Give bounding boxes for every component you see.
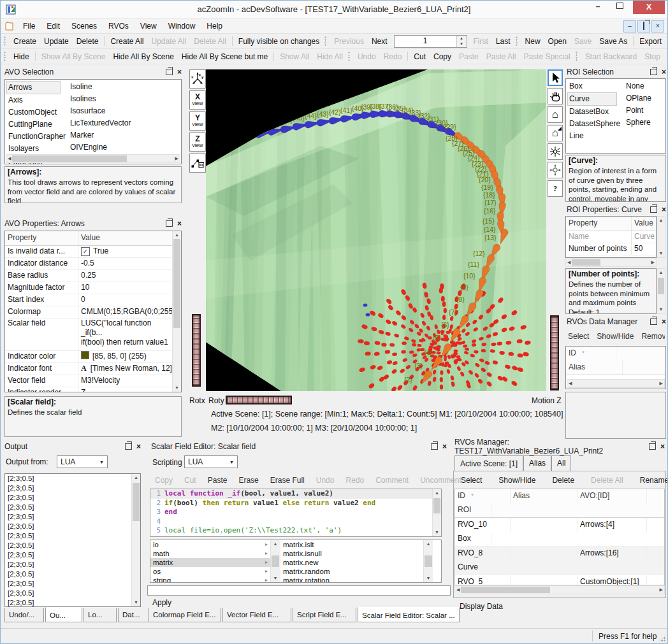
close-panel-icon[interactable]: × (177, 69, 182, 75)
set-home-view-button[interactable]: ⌂ (548, 125, 563, 141)
property-row-magnitude-factor[interactable]: Magnitude factor10 (5, 282, 172, 294)
toolbar-button-copy[interactable]: Copy (430, 51, 455, 62)
rvos-data-manager-table[interactable]: ▼IDAlias ◀▶ (565, 346, 666, 389)
view-all-button[interactable] (548, 143, 563, 160)
toolbar-button-comment[interactable]: Comment (372, 475, 412, 486)
member-item-matrix-isnull[interactable]: matrix.isnull (280, 549, 423, 558)
scroll-down-icon[interactable]: ▼ (272, 575, 279, 582)
list-item-isosurface[interactable]: Isosurface (70, 105, 134, 117)
tab-active-scene-1[interactable]: Active Scene: [1] (454, 455, 523, 471)
toolbar-button-new[interactable]: New (521, 36, 544, 47)
scroll-right-icon[interactable]: ▶ (650, 259, 656, 266)
list-item-datasetbox[interactable]: DatasetBox (569, 106, 623, 118)
code-line[interactable]: 1local function _if(bool, value1, value2… (150, 489, 432, 499)
toolbar-button-hide-all-by-scene-but-me[interactable]: Hide All By Scene but me (178, 51, 272, 62)
toolbar-button-paste-special[interactable]: Paste Special (519, 51, 574, 62)
code-editor-vscrollbar[interactable]: ▲▼ (432, 489, 441, 536)
table-row-rvo-5[interactable]: RVO_5CustomObject:[1]None (455, 575, 664, 585)
resize-grip[interactable] (658, 634, 666, 642)
property-row-base-radius[interactable]: Base radius0.25 (5, 270, 172, 282)
toolbar-button-hide[interactable]: Hide (10, 51, 33, 62)
toolbar-button-paste[interactable]: Paste (204, 475, 231, 486)
library-item-os[interactable]: os▸ (150, 567, 270, 576)
spin-up-icon[interactable]: ▲ (457, 36, 467, 41)
code-line[interactable]: 5local file=io.open('Z:\\Test222.txt', '… (150, 526, 432, 536)
toolbar-button-start-backward[interactable]: Start Backward (581, 51, 641, 62)
close-button[interactable]: X (633, 1, 665, 14)
list-item-oivengine[interactable]: OIVEngine (70, 141, 134, 154)
close-panel-icon[interactable]: × (660, 443, 665, 450)
toolbar-button-select[interactable]: Select (457, 475, 486, 486)
scene-number-input[interactable]: 1▲▼ (394, 35, 467, 48)
menu-help[interactable]: Help (201, 20, 228, 32)
minimize-button[interactable]: – (588, 1, 607, 14)
member-item-matrix-new[interactable]: matrix.new (280, 558, 423, 567)
toolbar-grip[interactable] (516, 36, 518, 47)
list-item-datasetsphere[interactable]: DatasetSphere (569, 118, 623, 130)
dm-button-show-hide[interactable]: Show/Hide (597, 331, 634, 342)
scroll-up-icon[interactable]: ▲ (173, 231, 180, 239)
3d-viewport-canvas[interactable]: {51}{50}{49}{48}{47}{46}{45}{44}{43}{42}… (206, 69, 546, 391)
list-item-point[interactable]: Point (626, 104, 663, 117)
menu-edit[interactable]: Edit (41, 20, 66, 32)
roi-properties-hscrollbar[interactable]: ◀▶ (565, 258, 657, 267)
toolbar-button-save-as[interactable]: Save As (595, 36, 631, 47)
toolbar-button-hide-all[interactable]: Hide All (313, 51, 347, 62)
scroll-down-icon[interactable]: ▼ (658, 250, 665, 257)
scroll-right-icon[interactable]: ▶ (658, 380, 664, 387)
close-panel-icon[interactable]: × (662, 69, 666, 75)
code-line[interactable]: 4 (150, 517, 432, 527)
property-row-indicator-render[interactable]: Indicator renderZ (5, 387, 172, 392)
toolbar-grip[interactable] (4, 52, 6, 62)
toolbar-button-erase[interactable]: Erase (235, 475, 262, 486)
output-vscrollbar[interactable]: ▲▼ (131, 474, 140, 606)
display-data-button[interactable]: Display Data (460, 602, 503, 611)
dm-button-remove[interactable]: Remove (641, 331, 665, 342)
toolbar-button-first[interactable]: First (470, 36, 492, 47)
toolbar-button-paste[interactable]: Paste (455, 51, 483, 62)
toolbar-button-previous[interactable]: Previous (330, 36, 368, 47)
list-item-arrows[interactable]: Arrows (6, 81, 61, 94)
property-row-name[interactable]: NameCurve (566, 231, 656, 243)
toolbar-button-delete-all[interactable]: Delete All (587, 475, 627, 486)
toolbar-button-delete[interactable]: Delete (548, 475, 578, 486)
toolbar-button-export[interactable]: Export (635, 36, 665, 47)
scene-number-value[interactable]: 1 (395, 36, 456, 47)
avo-properties-table[interactable]: PropertyValueIs invalid data r...✓TrueIn… (4, 231, 182, 392)
toolbar-button-show-all[interactable]: Show All (276, 51, 313, 62)
list-item-line[interactable]: Line (569, 130, 623, 142)
scroll-down-icon[interactable]: ▼ (133, 599, 140, 606)
sort-icon[interactable]: ▼ (470, 489, 474, 502)
mdi-close-button[interactable]: × (651, 20, 664, 32)
member-item-matrix-rotation[interactable]: matrix.rotation (280, 576, 423, 582)
roi-properties-vscrollbar[interactable]: ▲▼ (657, 216, 665, 258)
toolbar-button-show-hide[interactable]: Show/Hide (495, 475, 539, 486)
scroll-up-icon[interactable]: ▲ (658, 217, 665, 224)
toolbar-button-update[interactable]: Update (40, 36, 73, 47)
menu-rvos[interactable]: RVOs (103, 20, 134, 32)
apply-button[interactable]: Apply (152, 598, 171, 607)
property-row-vector-field[interactable]: Vector fieldM3!Velocity (5, 375, 172, 387)
scroll-down-icon[interactable]: ▼ (425, 575, 432, 582)
dm-button-select[interactable]: Select (568, 331, 589, 342)
toolbar-button-hide-all-by-scene[interactable]: Hide All By Scene (109, 51, 177, 62)
axes-orientation-button[interactable]: zxy (189, 69, 206, 89)
z-view-button[interactable]: Zview (189, 132, 206, 152)
code-line[interactable]: 3end (150, 508, 432, 517)
scripting-combo[interactable]: LUA▼ (184, 455, 238, 468)
property-row-indicator-color[interactable]: Indicator color[85, 85, 0] (255) (5, 351, 172, 363)
menu-file[interactable]: File (17, 20, 41, 32)
tab-vector-field-e[interactable]: Vector Field E... (222, 608, 291, 622)
scroll-up-icon[interactable]: ▲ (658, 269, 665, 276)
float-panel-icon[interactable] (125, 443, 132, 450)
float-panel-icon[interactable] (649, 443, 656, 450)
property-row-start-index[interactable]: Start index0 (5, 294, 172, 306)
float-panel-icon[interactable] (166, 220, 173, 227)
completion-input[interactable] (147, 585, 451, 596)
scroll-left-icon[interactable]: ◀ (566, 259, 572, 266)
scroll-down-icon[interactable]: ▼ (433, 529, 440, 536)
rvos-manager-table[interactable]: ▼IDAliasAVO:[ID]ROIRVO_10Arrows:[4]BoxRV… (454, 489, 665, 585)
toolbar-button-rename[interactable]: Rename (636, 475, 668, 486)
toolbar-button-start-forward[interactable]: Start Forward (664, 51, 668, 62)
library-item-math[interactable]: math▸ (150, 549, 270, 558)
